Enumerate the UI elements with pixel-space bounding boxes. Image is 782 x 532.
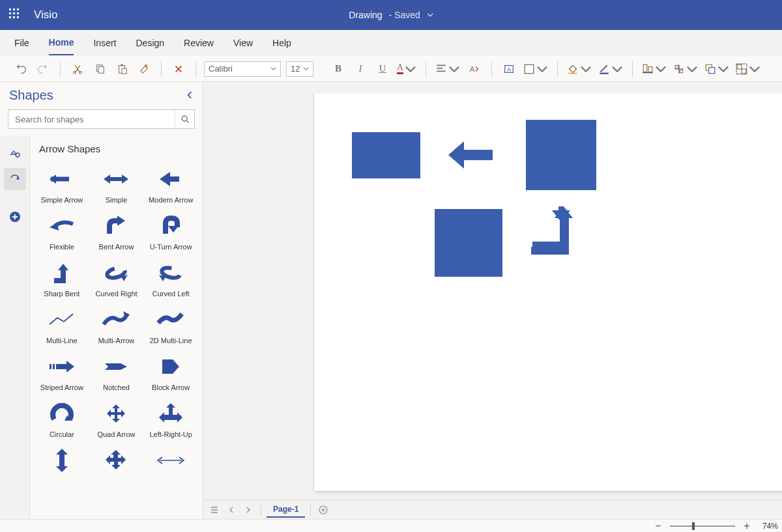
menu-view[interactable]: View: [233, 31, 253, 55]
canvas-area[interactable]: [203, 82, 782, 519]
shape-curved-left[interactable]: Curved Left: [144, 255, 197, 300]
zoom-in-button[interactable]: +: [742, 521, 752, 531]
document-title-button[interactable]: Drawing - Saved: [349, 10, 433, 20]
menu-file[interactable]: File: [14, 31, 29, 55]
distribute-button[interactable]: [672, 60, 699, 78]
chevron-down-icon: [303, 66, 309, 72]
fill-bucket-button[interactable]: [566, 60, 593, 78]
search-button[interactable]: [175, 110, 194, 128]
undo-button[interactable]: [12, 60, 30, 78]
chevron-down-icon: [448, 63, 460, 75]
shape-quad-arrow[interactable]: Quad Arrow: [90, 395, 143, 441]
svg-rect-20: [568, 72, 577, 74]
arrange-button[interactable]: [703, 60, 731, 78]
page-list-button[interactable]: [207, 503, 222, 517]
zoom-out-button[interactable]: −: [653, 521, 663, 531]
menu-design[interactable]: Design: [136, 31, 164, 55]
svg-rect-23: [648, 66, 652, 72]
canvas-shape-left-arrow[interactable]: [446, 136, 497, 174]
separator: [161, 61, 162, 77]
italic-button[interactable]: I: [351, 60, 369, 78]
align-shapes-button[interactable]: [641, 60, 668, 78]
prev-page-button[interactable]: [224, 503, 239, 517]
shape-modern-arrow[interactable]: Modern Arrow: [144, 161, 197, 206]
align-button[interactable]: [434, 60, 461, 78]
svg-point-32: [16, 153, 20, 157]
line-color-button[interactable]: [597, 60, 624, 78]
chevron-down-icon: [427, 10, 433, 20]
underline-button[interactable]: U: [373, 60, 392, 78]
svg-point-31: [182, 116, 187, 121]
paste-button[interactable]: [113, 60, 131, 78]
shape-2d-multi-line[interactable]: 2D Multi-Line: [144, 301, 197, 347]
shape-circular[interactable]: Circular: [35, 395, 89, 441]
shapes-search: [8, 109, 195, 129]
shape-notched[interactable]: Notched: [90, 348, 143, 394]
shape-multi-arrow[interactable]: Multi-Arrow: [90, 301, 143, 347]
font-color-button[interactable]: A: [396, 60, 418, 78]
delete-button[interactable]: [169, 60, 188, 78]
rail-basic-shapes[interactable]: [4, 142, 26, 164]
separator: [60, 61, 61, 77]
app-launcher-icon[interactable]: [9, 8, 20, 21]
shape-curved-right[interactable]: Curved Right: [90, 255, 143, 300]
clear-format-button[interactable]: A: [465, 60, 484, 78]
menu-home[interactable]: Home: [49, 31, 74, 55]
svg-rect-2: [17, 8, 19, 10]
shapes-rail: [0, 135, 30, 519]
group-button[interactable]: [734, 60, 762, 78]
shape-double-arrow-thin[interactable]: [144, 442, 197, 480]
shapes-search-input[interactable]: [8, 110, 175, 128]
shape-sharp-bent[interactable]: Sharp Bent: [35, 255, 89, 300]
font-name-value: Calibri: [209, 64, 233, 74]
menu-help[interactable]: Help: [272, 31, 291, 55]
drawing-page[interactable]: [314, 94, 782, 491]
canvas-shape-rect-3[interactable]: [435, 209, 502, 277]
titlebar: Visio Drawing - Saved: [0, 0, 782, 30]
copy-button[interactable]: [91, 60, 109, 78]
redo-button[interactable]: [34, 60, 52, 78]
shape-striped-arrow[interactable]: Striped Arrow: [35, 348, 89, 394]
shape-multi-line[interactable]: Multi-Line: [35, 301, 89, 347]
canvas-shape-sharp-bent-arrow[interactable]: [529, 206, 579, 256]
svg-rect-7: [13, 16, 15, 18]
svg-rect-22: [643, 64, 647, 72]
collapse-panel-button[interactable]: [186, 90, 194, 102]
zoom-slider[interactable]: [670, 525, 735, 527]
rail-add-stencil[interactable]: [4, 206, 26, 228]
menu-review[interactable]: Review: [184, 31, 214, 55]
svg-rect-27: [709, 67, 715, 73]
shapes-panel-title: Shapes: [9, 88, 53, 103]
shape-block-arrow[interactable]: Block Arrow: [144, 348, 197, 394]
shape-fill-button[interactable]: [522, 60, 549, 78]
canvas-shape-rect-2[interactable]: [526, 120, 596, 190]
shape-bent-arrow[interactable]: Bent Arrow: [90, 208, 143, 253]
page-tab-1[interactable]: Page-1: [267, 502, 305, 518]
zoom-percent[interactable]: 74%: [759, 522, 778, 531]
zoom-slider-thumb[interactable]: [692, 522, 695, 530]
add-page-button[interactable]: [316, 503, 330, 517]
shape-uturn-arrow[interactable]: U-Turn Arrow: [144, 208, 197, 253]
format-painter-button[interactable]: [135, 60, 153, 78]
chevron-down-icon: [611, 63, 623, 75]
rail-arrow-shapes[interactable]: [4, 168, 26, 190]
shape-simple-arrow[interactable]: Simple Arrow: [35, 161, 89, 206]
font-size-combo[interactable]: 12: [286, 61, 313, 77]
chevron-down-icon: [686, 63, 698, 75]
textbox-button[interactable]: A: [500, 60, 518, 78]
shape-flexible[interactable]: Flexible: [35, 208, 89, 253]
menu-insert[interactable]: Insert: [93, 31, 116, 55]
shape-quad-arrow-2[interactable]: [90, 442, 143, 480]
font-name-combo[interactable]: Calibri: [204, 61, 281, 77]
next-page-button[interactable]: [241, 503, 255, 517]
cut-button[interactable]: [68, 60, 87, 78]
shape-up-down[interactable]: [35, 442, 89, 480]
shape-simple[interactable]: Simple: [90, 161, 143, 206]
canvas-shape-rect-1[interactable]: [352, 132, 420, 178]
chevron-down-icon: [717, 63, 729, 75]
search-icon: [181, 115, 190, 124]
svg-rect-24: [676, 65, 679, 68]
bold-button[interactable]: B: [329, 60, 347, 78]
shape-left-right-up[interactable]: Left-Right-Up: [144, 395, 197, 441]
svg-text:A: A: [507, 66, 511, 72]
